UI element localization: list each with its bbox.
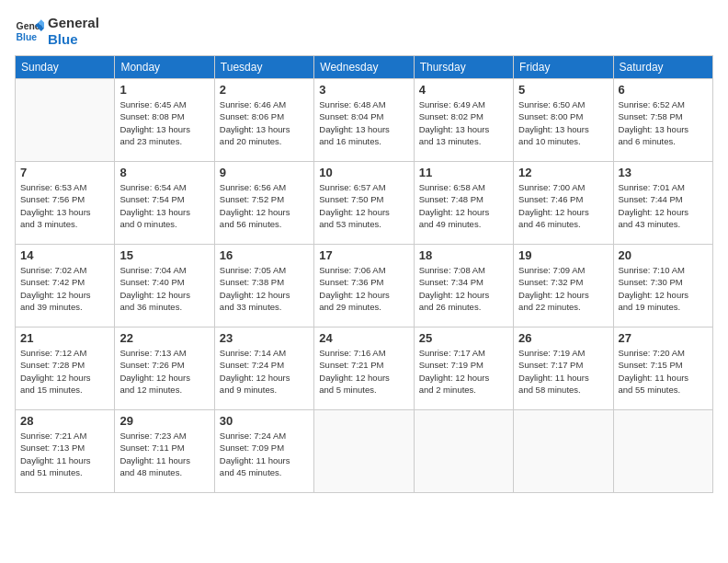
day-cell: 25Sunrise: 7:17 AMSunset: 7:19 PMDayligh… <box>414 327 513 410</box>
day-cell: 13Sunrise: 7:01 AMSunset: 7:44 PMDayligh… <box>613 162 712 245</box>
day-number: 14 <box>20 248 109 262</box>
day-cell: 4Sunrise: 6:49 AMSunset: 8:02 PMDaylight… <box>414 79 513 162</box>
weekday-header-tuesday: Tuesday <box>214 56 313 79</box>
day-cell: 10Sunrise: 6:57 AMSunset: 7:50 PMDayligh… <box>314 162 414 245</box>
day-info: Sunrise: 7:20 AMSunset: 7:15 PMDaylight:… <box>619 347 708 396</box>
day-number: 10 <box>319 166 408 179</box>
day-info: Sunrise: 7:21 AMSunset: 7:13 PMDaylight:… <box>20 430 109 478</box>
header: General Blue General Blue <box>15 15 713 48</box>
day-info: Sunrise: 6:54 AMSunset: 7:54 PMDaylight:… <box>119 181 209 230</box>
day-info: Sunrise: 7:24 AMSunset: 7:09 PMDaylight:… <box>220 430 309 478</box>
day-cell: 2Sunrise: 6:46 AMSunset: 8:06 PMDaylight… <box>214 79 313 162</box>
logo: General Blue General Blue <box>15 15 99 48</box>
day-cell: 26Sunrise: 7:19 AMSunset: 7:17 PMDayligh… <box>514 327 613 410</box>
day-info: Sunrise: 6:45 AMSunset: 8:08 PMDaylight:… <box>119 98 209 147</box>
day-number: 25 <box>419 331 508 345</box>
svg-text:Blue: Blue <box>17 32 38 42</box>
day-cell: 1Sunrise: 6:45 AMSunset: 8:08 PMDaylight… <box>115 79 214 162</box>
day-cell <box>414 410 513 493</box>
day-cell: 30Sunrise: 7:24 AMSunset: 7:09 PMDayligh… <box>214 410 313 493</box>
calendar-table: SundayMondayTuesdayWednesdayThursdayFrid… <box>15 55 713 493</box>
day-info: Sunrise: 7:23 AMSunset: 7:11 PMDaylight:… <box>119 430 209 478</box>
logo-icon: General Blue <box>15 17 44 46</box>
day-info: Sunrise: 7:14 AMSunset: 7:24 PMDaylight:… <box>220 347 309 396</box>
day-info: Sunrise: 6:52 AMSunset: 7:58 PMDaylight:… <box>619 98 708 147</box>
day-number: 16 <box>220 248 309 262</box>
week-row-4: 21Sunrise: 7:12 AMSunset: 7:28 PMDayligh… <box>16 327 713 410</box>
day-cell: 7Sunrise: 6:53 AMSunset: 7:56 PMDaylight… <box>16 162 115 245</box>
day-number: 20 <box>619 248 708 262</box>
day-cell: 11Sunrise: 6:58 AMSunset: 7:48 PMDayligh… <box>414 162 513 245</box>
day-info: Sunrise: 6:50 AMSunset: 8:00 PMDaylight:… <box>518 98 608 147</box>
day-info: Sunrise: 6:46 AMSunset: 8:06 PMDaylight:… <box>220 98 309 147</box>
day-cell <box>16 79 115 162</box>
day-cell: 24Sunrise: 7:16 AMSunset: 7:21 PMDayligh… <box>314 327 414 410</box>
day-cell: 29Sunrise: 7:23 AMSunset: 7:11 PMDayligh… <box>115 410 214 493</box>
weekday-header-saturday: Saturday <box>613 56 712 79</box>
day-number: 11 <box>419 166 508 179</box>
day-info: Sunrise: 7:02 AMSunset: 7:42 PMDaylight:… <box>20 264 109 313</box>
calendar-body: 1Sunrise: 6:45 AMSunset: 8:08 PMDaylight… <box>16 79 713 493</box>
day-number: 23 <box>220 331 309 345</box>
day-info: Sunrise: 7:09 AMSunset: 7:32 PMDaylight:… <box>518 264 608 313</box>
day-cell <box>613 410 712 493</box>
day-cell: 8Sunrise: 6:54 AMSunset: 7:54 PMDaylight… <box>115 162 214 245</box>
day-info: Sunrise: 6:48 AMSunset: 8:04 PMDaylight:… <box>319 98 408 147</box>
day-cell: 27Sunrise: 7:20 AMSunset: 7:15 PMDayligh… <box>613 327 712 410</box>
day-number: 5 <box>518 83 608 97</box>
day-number: 26 <box>518 331 608 345</box>
day-info: Sunrise: 7:04 AMSunset: 7:40 PMDaylight:… <box>119 264 209 313</box>
day-number: 3 <box>319 83 408 97</box>
day-number: 22 <box>119 331 209 345</box>
logo-text-line2: Blue <box>48 31 99 48</box>
day-info: Sunrise: 6:57 AMSunset: 7:50 PMDaylight:… <box>319 181 408 230</box>
day-number: 15 <box>119 248 209 262</box>
day-number: 7 <box>20 166 109 179</box>
day-cell: 6Sunrise: 6:52 AMSunset: 7:58 PMDaylight… <box>613 79 712 162</box>
day-number: 6 <box>619 83 708 97</box>
day-cell: 3Sunrise: 6:48 AMSunset: 8:04 PMDaylight… <box>314 79 414 162</box>
day-info: Sunrise: 7:19 AMSunset: 7:17 PMDaylight:… <box>518 347 608 396</box>
day-number: 24 <box>319 331 408 345</box>
day-cell: 21Sunrise: 7:12 AMSunset: 7:28 PMDayligh… <box>16 327 115 410</box>
day-cell: 20Sunrise: 7:10 AMSunset: 7:30 PMDayligh… <box>613 245 712 327</box>
weekday-header-row: SundayMondayTuesdayWednesdayThursdayFrid… <box>16 56 713 79</box>
day-cell <box>514 410 613 493</box>
weekday-header-wednesday: Wednesday <box>314 56 414 79</box>
day-number: 2 <box>220 83 309 97</box>
day-number: 13 <box>619 166 708 179</box>
day-info: Sunrise: 7:12 AMSunset: 7:28 PMDaylight:… <box>20 347 109 396</box>
day-info: Sunrise: 7:16 AMSunset: 7:21 PMDaylight:… <box>319 347 408 396</box>
weekday-header-thursday: Thursday <box>414 56 513 79</box>
day-number: 1 <box>119 83 209 97</box>
day-cell: 5Sunrise: 6:50 AMSunset: 8:00 PMDaylight… <box>514 79 613 162</box>
day-number: 30 <box>220 414 309 428</box>
day-number: 28 <box>20 414 109 428</box>
day-info: Sunrise: 7:17 AMSunset: 7:19 PMDaylight:… <box>419 347 508 396</box>
day-info: Sunrise: 7:08 AMSunset: 7:34 PMDaylight:… <box>419 264 508 313</box>
day-info: Sunrise: 7:06 AMSunset: 7:36 PMDaylight:… <box>319 264 408 313</box>
day-cell: 14Sunrise: 7:02 AMSunset: 7:42 PMDayligh… <box>16 245 115 327</box>
day-info: Sunrise: 7:13 AMSunset: 7:26 PMDaylight:… <box>119 347 209 396</box>
weekday-header-sunday: Sunday <box>16 56 115 79</box>
day-cell: 19Sunrise: 7:09 AMSunset: 7:32 PMDayligh… <box>514 245 613 327</box>
day-info: Sunrise: 6:58 AMSunset: 7:48 PMDaylight:… <box>419 181 508 230</box>
weekday-header-monday: Monday <box>115 56 214 79</box>
day-info: Sunrise: 7:01 AMSunset: 7:44 PMDaylight:… <box>619 181 708 230</box>
day-cell: 18Sunrise: 7:08 AMSunset: 7:34 PMDayligh… <box>414 245 513 327</box>
day-number: 4 <box>419 83 508 97</box>
day-cell: 23Sunrise: 7:14 AMSunset: 7:24 PMDayligh… <box>214 327 313 410</box>
day-info: Sunrise: 6:56 AMSunset: 7:52 PMDaylight:… <box>220 181 309 230</box>
day-info: Sunrise: 6:53 AMSunset: 7:56 PMDaylight:… <box>20 181 109 230</box>
day-cell: 15Sunrise: 7:04 AMSunset: 7:40 PMDayligh… <box>115 245 214 327</box>
day-cell: 28Sunrise: 7:21 AMSunset: 7:13 PMDayligh… <box>16 410 115 493</box>
day-cell: 12Sunrise: 7:00 AMSunset: 7:46 PMDayligh… <box>514 162 613 245</box>
day-number: 17 <box>319 248 408 262</box>
day-number: 19 <box>518 248 608 262</box>
day-number: 27 <box>619 331 708 345</box>
day-number: 12 <box>518 166 608 179</box>
day-info: Sunrise: 7:00 AMSunset: 7:46 PMDaylight:… <box>518 181 608 230</box>
day-number: 18 <box>419 248 508 262</box>
week-row-3: 14Sunrise: 7:02 AMSunset: 7:42 PMDayligh… <box>16 245 713 327</box>
day-cell: 9Sunrise: 6:56 AMSunset: 7:52 PMDaylight… <box>214 162 313 245</box>
